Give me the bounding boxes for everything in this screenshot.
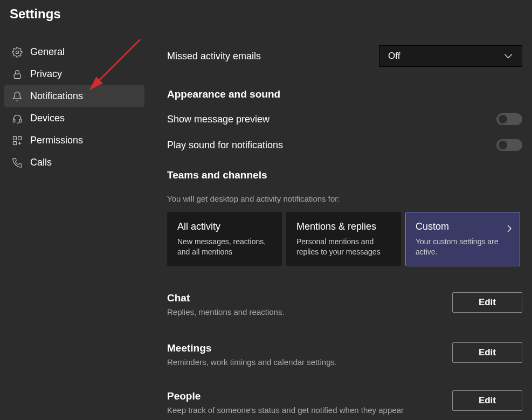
meetings-title: Meetings [167, 342, 337, 354]
card-title: Mentions & replies [296, 221, 391, 232]
people-section: People Keep track of someone's status an… [167, 390, 522, 415]
missed-activity-dropdown[interactable]: Off [379, 45, 522, 67]
card-mentions-replies[interactable]: Mentions & replies Personal mentions and… [286, 212, 401, 266]
card-title: Custom [416, 221, 510, 232]
meetings-edit-button[interactable]: Edit [452, 342, 522, 363]
sidebar-item-label: Notifications [30, 91, 83, 102]
svg-point-0 [16, 51, 19, 53]
headset-icon [12, 113, 23, 124]
sidebar-item-privacy[interactable]: Privacy [4, 63, 144, 85]
appearance-title: Appearance and sound [167, 88, 522, 100]
message-preview-label: Show message preview [167, 114, 270, 125]
card-desc: New messages, reactions, and all mention… [177, 237, 272, 257]
svg-rect-1 [14, 74, 20, 78]
teams-title: Teams and channels [167, 169, 522, 181]
phone-icon [12, 157, 23, 168]
sidebar-item-label: Devices [30, 113, 65, 124]
meetings-section: Meetings Reminders, work timings and cal… [167, 342, 522, 367]
people-edit-button[interactable]: Edit [452, 390, 522, 411]
chat-edit-button[interactable]: Edit [452, 292, 522, 313]
page-title: Settings [10, 6, 522, 22]
sidebar-item-permissions[interactable]: Permissions [4, 129, 144, 152]
chevron-right-icon [507, 224, 512, 233]
card-title: All activity [177, 221, 272, 232]
teams-cards: All activity New messages, reactions, an… [167, 212, 522, 266]
svg-rect-3 [19, 119, 21, 122]
card-desc: Personal mentions and replies to your me… [296, 237, 391, 257]
svg-rect-5 [18, 136, 22, 140]
settings-header: Settings [0, 0, 532, 30]
missed-activity-row: Missed activity emails Off [167, 45, 522, 67]
svg-rect-6 [13, 141, 17, 144]
bell-icon [12, 91, 23, 102]
teams-subtitle: You will get desktop and activity notifi… [167, 194, 522, 203]
chat-desc: Replies, mentions and reactions. [167, 307, 285, 316]
missed-activity-label: Missed activity emails [167, 51, 261, 62]
sidebar-item-general[interactable]: General [4, 41, 144, 63]
sidebar-item-devices[interactable]: Devices [4, 107, 144, 129]
people-desc: Keep track of someone's status and get n… [167, 405, 404, 415]
play-sound-row: Play sound for notifications [167, 139, 522, 151]
sidebar-item-label: General [30, 46, 65, 58]
sidebar-item-label: Permissions [30, 135, 83, 146]
grid-icon [12, 135, 23, 146]
dropdown-value: Off [388, 51, 400, 61]
settings-content: Missed activity emails Off Appearance an… [144, 30, 532, 420]
settings-sidebar: General Privacy Notifications Devices Pe… [0, 30, 144, 420]
chevron-down-icon [503, 53, 513, 59]
svg-rect-2 [13, 119, 15, 122]
sidebar-item-label: Calls [30, 157, 52, 168]
gear-icon [12, 47, 23, 58]
chat-title: Chat [167, 292, 285, 304]
message-preview-toggle[interactable] [496, 113, 522, 125]
card-custom[interactable]: Custom Your custom settings are active. [405, 212, 520, 266]
svg-rect-4 [13, 136, 17, 140]
lock-icon [12, 69, 23, 80]
play-sound-toggle[interactable] [496, 139, 522, 151]
sidebar-item-calls[interactable]: Calls [4, 152, 144, 174]
play-sound-label: Play sound for notifications [167, 140, 283, 151]
people-title: People [167, 390, 404, 402]
card-all-activity[interactable]: All activity New messages, reactions, an… [167, 212, 282, 266]
sidebar-item-notifications[interactable]: Notifications [4, 85, 144, 107]
message-preview-row: Show message preview [167, 113, 522, 125]
sidebar-item-label: Privacy [30, 68, 62, 80]
chat-section: Chat Replies, mentions and reactions. Ed… [167, 292, 522, 316]
meetings-desc: Reminders, work timings and calendar set… [167, 357, 337, 367]
card-desc: Your custom settings are active. [416, 237, 510, 257]
